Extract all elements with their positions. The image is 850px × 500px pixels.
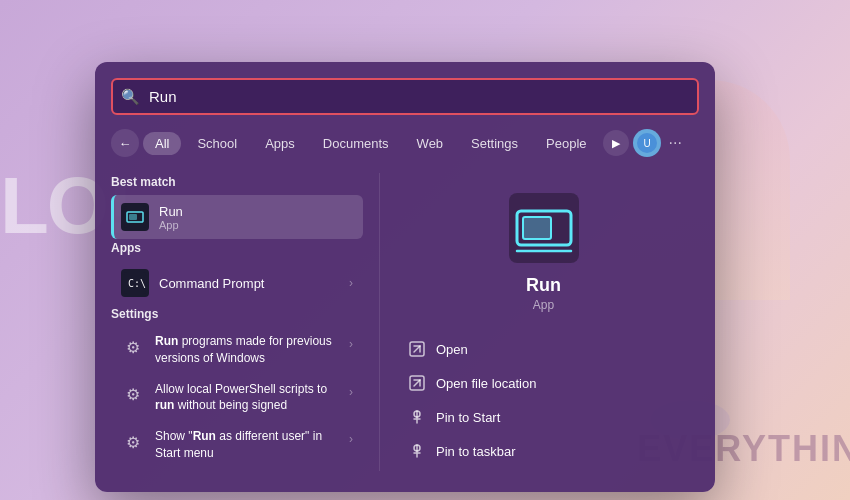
filter-bar: ← All School Apps Documents Web Settings… (111, 129, 699, 157)
run-result-text: Run App (159, 204, 353, 231)
run-app-icon (121, 203, 149, 231)
svg-text:C:\: C:\ (128, 278, 146, 289)
right-panel: Run App Open (388, 173, 699, 471)
pin-start-icon (408, 408, 426, 426)
action-list: Open Open file location (388, 332, 699, 468)
svg-rect-9 (523, 217, 551, 239)
filter-apps[interactable]: Apps (253, 132, 307, 155)
open-icon (408, 340, 426, 358)
filter-avatar-button[interactable]: U (633, 129, 661, 157)
settings-arrow-3: › (349, 432, 353, 446)
cmd-result-name: Command Prompt (159, 276, 339, 291)
settings-label: Settings (111, 307, 363, 321)
settings-item-3[interactable]: ⚙ Show "Run as different user" in Start … (111, 422, 363, 468)
result-run[interactable]: Run App (111, 195, 363, 239)
filter-school[interactable]: School (185, 132, 249, 155)
open-file-location-icon (408, 374, 426, 392)
search-icon: 🔍 (121, 88, 140, 106)
search-school-label: Search school and web (111, 470, 363, 471)
settings-arrow-2: › (349, 385, 353, 399)
filter-people[interactable]: People (534, 132, 598, 155)
filter-all[interactable]: All (143, 132, 181, 155)
search-bar-wrapper: 🔍 (111, 78, 699, 115)
action-pin-taskbar[interactable]: Pin to taskbar (398, 434, 689, 468)
svg-line-15 (414, 380, 420, 386)
action-open-file-location[interactable]: Open file location (398, 366, 689, 400)
settings-text-3: Show "Run as different user" in Start me… (155, 428, 339, 462)
filter-documents[interactable]: Documents (311, 132, 401, 155)
result-cmd[interactable]: C:\ Command Prompt › (111, 261, 363, 305)
settings-item-2[interactable]: ⚙ Allow local PowerShell scripts to run … (111, 375, 363, 421)
run-result-name: Run (159, 204, 353, 219)
settings-icon-1: ⚙ (121, 335, 145, 359)
left-panel: Best match Run App Apps (111, 173, 371, 471)
filter-web[interactable]: Web (405, 132, 456, 155)
detail-app-name: Run (526, 275, 561, 296)
back-button[interactable]: ← (111, 129, 139, 157)
action-pin-start[interactable]: Pin to Start (398, 400, 689, 434)
cmd-icon: C:\ (121, 269, 149, 297)
settings-arrow-1: › (349, 337, 353, 351)
panel-divider (379, 173, 380, 471)
svg-line-13 (414, 346, 420, 352)
settings-icon-2: ⚙ (121, 383, 145, 407)
filter-settings[interactable]: Settings (459, 132, 530, 155)
open-file-location-label: Open file location (436, 376, 536, 391)
pin-taskbar-icon (408, 442, 426, 460)
pin-start-label: Pin to Start (436, 410, 500, 425)
run-big-icon (509, 193, 579, 263)
apps-label: Apps (111, 241, 363, 255)
pin-taskbar-label: Pin to taskbar (436, 444, 516, 459)
open-label: Open (436, 342, 468, 357)
action-open[interactable]: Open (398, 332, 689, 366)
cmd-arrow: › (349, 276, 353, 290)
detail-app-type: App (533, 298, 554, 312)
filter-more-button[interactable]: ··· (665, 132, 686, 154)
svg-text:U: U (643, 138, 650, 149)
run-result-sub: App (159, 219, 353, 231)
search-window: 🔍 ← All School Apps Documents Web Settin… (95, 62, 715, 492)
settings-text-1: Run programs made for previous versions … (155, 333, 339, 367)
filter-play-button[interactable]: ▶ (603, 130, 629, 156)
settings-title-2: Allow local PowerShell scripts to run wi… (155, 381, 339, 415)
content-area: Best match Run App Apps (111, 173, 699, 471)
svg-rect-4 (129, 214, 137, 220)
cmd-result-text: Command Prompt (159, 276, 339, 291)
settings-item-1[interactable]: ⚙ Run programs made for previous version… (111, 327, 363, 373)
settings-title-3: Show "Run as different user" in Start me… (155, 428, 339, 462)
settings-text-2: Allow local PowerShell scripts to run wi… (155, 381, 339, 415)
search-input[interactable] (111, 78, 699, 115)
settings-title-1: Run programs made for previous versions … (155, 333, 339, 367)
settings-icon-3: ⚙ (121, 430, 145, 454)
best-match-label: Best match (111, 175, 363, 189)
